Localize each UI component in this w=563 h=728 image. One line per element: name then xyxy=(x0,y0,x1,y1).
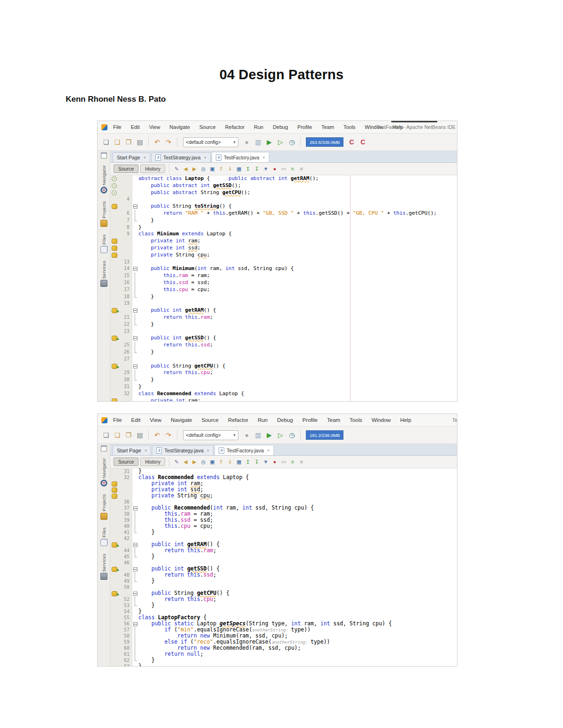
fold-marker[interactable] xyxy=(132,203,138,210)
redo-icon[interactable]: ↷ xyxy=(164,137,173,147)
fold-marker[interactable] xyxy=(132,265,138,272)
fold-marker[interactable] xyxy=(132,363,138,370)
sidebar-item-navigator[interactable]: Navigator xyxy=(100,165,107,194)
close-tab-icon[interactable]: × xyxy=(145,448,147,453)
tab-testfactory-java[interactable]: TestFactory.java× xyxy=(212,152,269,162)
config-select[interactable]: <default config> xyxy=(183,430,238,440)
comment-icon[interactable]: ≡ xyxy=(289,458,296,465)
close-tab-icon[interactable]: × xyxy=(204,155,206,160)
menu-run[interactable]: Run xyxy=(250,124,267,130)
fold-marker[interactable] xyxy=(132,566,138,572)
next-occurrence-icon[interactable]: ⇓ xyxy=(227,458,234,465)
source-view-button[interactable]: Source xyxy=(114,458,138,466)
history-view-button[interactable]: History xyxy=(140,165,165,173)
close-tab-icon[interactable]: × xyxy=(267,448,269,453)
menu-edit[interactable]: Edit xyxy=(127,124,144,130)
profiler-stop-icon[interactable]: C xyxy=(358,137,367,147)
start-macro-icon[interactable]: ● xyxy=(271,165,278,173)
build-icon[interactable]: ● xyxy=(242,430,251,440)
find-selection-icon[interactable]: ▣ xyxy=(209,165,216,173)
uncomment-icon[interactable]: ≡ xyxy=(298,458,305,465)
menu-navigate[interactable]: Navigate xyxy=(166,124,193,130)
close-tab-icon[interactable]: × xyxy=(207,448,209,453)
menu-file[interactable]: File xyxy=(109,417,126,423)
previous-bookmark-icon[interactable]: ↥ xyxy=(244,165,251,173)
menu-window[interactable]: Window xyxy=(368,417,395,423)
uncomment-icon[interactable]: ≡ xyxy=(298,165,305,173)
fold-marker[interactable] xyxy=(132,307,138,314)
source-view-button[interactable]: Source xyxy=(114,165,138,173)
toggle-bookmark-icon[interactable]: ▼ xyxy=(262,165,269,173)
menu-file[interactable]: File xyxy=(109,124,125,130)
tab-teststrategy-java[interactable]: TestStrategy.java× xyxy=(152,445,213,455)
menu-profile[interactable]: Profile xyxy=(294,124,316,130)
new-project-icon[interactable]: ❏ xyxy=(113,430,122,440)
tab-testfactory-java[interactable]: TestFactory.java× xyxy=(214,445,274,455)
save-all-icon[interactable]: ▤ xyxy=(135,137,145,147)
build-icon[interactable]: ● xyxy=(242,137,251,147)
menu-view[interactable]: View xyxy=(145,124,164,130)
sidebar-item-projects[interactable]: Projects xyxy=(100,494,107,520)
sidebar-item-services[interactable]: Services xyxy=(100,261,107,287)
fold-marker[interactable] xyxy=(132,505,138,511)
menu-view[interactable]: View xyxy=(146,417,165,423)
next-bookmark-icon[interactable]: ↧ xyxy=(253,165,260,173)
save-all-icon[interactable]: ▤ xyxy=(135,430,145,440)
new-file-icon[interactable]: ❏ xyxy=(101,137,111,147)
sidebar-item-files[interactable]: Files xyxy=(100,527,107,546)
menu-run[interactable]: Run xyxy=(254,417,271,423)
history-view-button[interactable]: History xyxy=(140,458,165,466)
debug-icon[interactable]: ▷ xyxy=(276,430,285,440)
tab-start-page[interactable]: Start Page× xyxy=(113,445,151,455)
menu-tools[interactable]: Tools xyxy=(346,417,366,423)
fold-marker[interactable] xyxy=(132,335,138,342)
forward-icon[interactable]: ▶ xyxy=(191,165,198,173)
find-icon[interactable]: ◎ xyxy=(200,165,207,173)
previous-occurrence-icon[interactable]: ⇑ xyxy=(218,458,225,465)
start-macro-icon[interactable]: ● xyxy=(271,458,278,465)
next-bookmark-icon[interactable]: ↧ xyxy=(253,458,260,465)
sidebar-item-services[interactable]: Services xyxy=(100,554,107,580)
toggle-highlight-icon[interactable]: ▦ xyxy=(236,458,243,465)
fold-marker[interactable] xyxy=(132,590,138,596)
config-select[interactable]: <default config> xyxy=(183,137,238,147)
menu-refactor[interactable]: Refactor xyxy=(221,124,249,130)
menu-navigate[interactable]: Navigate xyxy=(167,417,196,423)
comment-icon[interactable]: ≡ xyxy=(289,165,296,173)
open-project-icon[interactable]: ❐ xyxy=(124,430,133,440)
code-editor[interactable]: abstract class Laptop { public abstract … xyxy=(110,175,457,402)
next-occurrence-icon[interactable]: ⇓ xyxy=(227,165,234,173)
new-file-icon[interactable]: ❏ xyxy=(101,430,111,440)
close-tab-icon[interactable]: × xyxy=(263,155,265,160)
menu-team[interactable]: Team xyxy=(323,417,344,423)
find-selection-icon[interactable]: ▣ xyxy=(209,458,216,465)
tab-teststrategy-java[interactable]: TestStrategy.java× xyxy=(151,152,211,162)
menu-edit[interactable]: Edit xyxy=(128,417,145,423)
undo-icon[interactable]: ↶ xyxy=(152,137,162,147)
run-icon[interactable]: ▶ xyxy=(265,137,274,147)
clean-build-icon[interactable]: ▥ xyxy=(253,430,263,440)
tab-start-page[interactable]: Start Page× xyxy=(113,152,150,162)
forward-icon[interactable]: ▶ xyxy=(191,458,198,465)
clean-build-icon[interactable]: ▥ xyxy=(253,137,263,147)
stop-macro-icon[interactable]: ▭ xyxy=(280,165,287,173)
profiler-run-icon[interactable]: C xyxy=(347,137,356,147)
last-edit-icon[interactable]: ✎ xyxy=(173,165,180,173)
sidebar-item-projects[interactable]: Projects xyxy=(100,201,107,227)
last-edit-icon[interactable]: ✎ xyxy=(173,458,180,465)
menu-source[interactable]: Source xyxy=(198,417,222,423)
menu-debug[interactable]: Debug xyxy=(273,417,297,423)
menu-tools[interactable]: Tools xyxy=(340,124,359,130)
stop-macro-icon[interactable]: ▭ xyxy=(280,458,287,465)
open-project-icon[interactable]: ❐ xyxy=(124,137,133,147)
minimize-window-icon[interactable] xyxy=(101,152,107,158)
back-icon[interactable]: ◀ xyxy=(182,165,189,173)
code-editor[interactable]: 31}32class Recommended extends Laptop { … xyxy=(110,468,457,667)
menu-refactor[interactable]: Refactor xyxy=(224,417,252,423)
undo-icon[interactable]: ↶ xyxy=(152,430,162,440)
previous-bookmark-icon[interactable]: ↥ xyxy=(244,458,251,465)
back-icon[interactable]: ◀ xyxy=(182,458,189,465)
fold-marker[interactable] xyxy=(132,621,138,627)
toggle-bookmark-icon[interactable]: ▼ xyxy=(262,458,269,465)
menu-source[interactable]: Source xyxy=(196,124,220,130)
